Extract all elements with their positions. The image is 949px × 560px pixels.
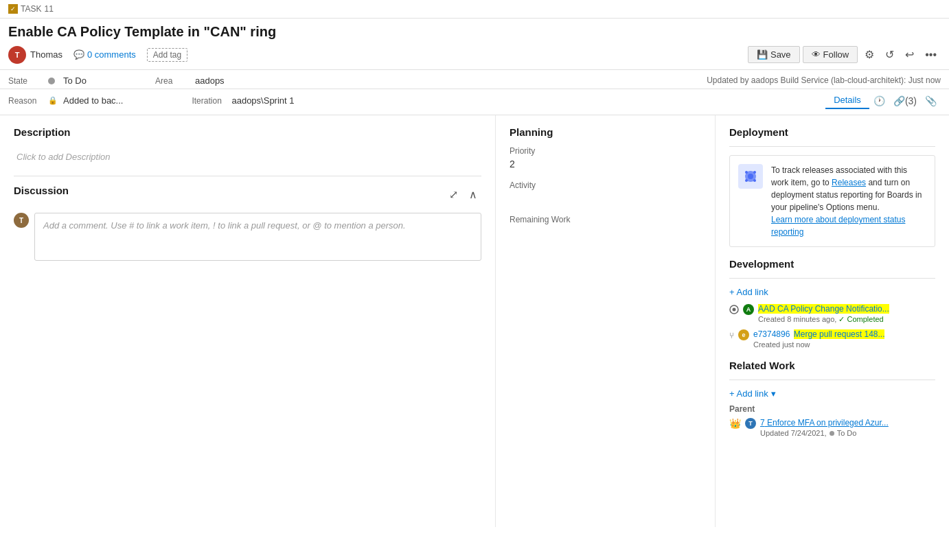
- dev-item-1-avatar: A: [743, 304, 754, 315]
- comment-area: T Add a comment. Use # to link a work it…: [14, 213, 481, 261]
- svg-point-2: [748, 174, 753, 179]
- related-avatar: T: [745, 418, 756, 429]
- related-item-1: 👑 T 7 Enforce MFA on privileged Azur... …: [729, 418, 935, 437]
- remaining-work-value[interactable]: [510, 227, 701, 238]
- releases-link[interactable]: Releases: [832, 178, 866, 187]
- discussion-header: Discussion ⤢ ∧: [14, 185, 481, 205]
- middle-panel: Planning Priority 2 Activity Remaining W…: [496, 115, 716, 527]
- expand-discussion-button[interactable]: ⤢: [445, 185, 462, 204]
- remaining-work-field: Remaining Work: [510, 215, 701, 238]
- area-value: aadops: [195, 75, 225, 86]
- reason-field[interactable]: Reason 🔒 Added to bac...: [8, 95, 123, 106]
- discussion-title: Discussion: [14, 185, 69, 196]
- reason-value: Added to bac...: [63, 95, 123, 106]
- reason-label: Reason: [8, 96, 43, 106]
- pipeline-item-icon: [729, 305, 739, 316]
- area-label: Area: [155, 76, 190, 86]
- author-info: T Thomas: [8, 46, 62, 64]
- collapse-discussion-button[interactable]: ∧: [465, 185, 481, 204]
- state-dot: [48, 78, 55, 84]
- task-number: 11: [44, 4, 53, 14]
- toolbar-right: 💾 Save 👁 Follow ⚙ ↺ ↩ •••: [748, 45, 941, 64]
- svg-rect-6: [753, 179, 756, 182]
- save-button[interactable]: 💾 Save: [748, 46, 800, 63]
- related-item-1-info: 7 Enforce MFA on privileged Azur... Upda…: [760, 418, 935, 437]
- completed-badge: ✓ Completed: [838, 315, 883, 323]
- learn-more-link[interactable]: Learn more about deployment status repor…: [771, 215, 905, 237]
- dev-item-2-info: e7374896 Merge pull request 148... Creat…: [753, 329, 935, 349]
- task-badge: TASK 11: [8, 4, 54, 14]
- related-work-title: Related Work: [729, 360, 935, 371]
- avatar: T: [8, 46, 26, 64]
- iteration-field[interactable]: Iteration aadops\Sprint 1: [192, 95, 294, 106]
- state-field[interactable]: State To Do: [8, 75, 87, 86]
- refresh-button[interactable]: ↺: [881, 45, 898, 64]
- description-title: Description: [14, 126, 481, 138]
- comments-link[interactable]: 💬 0 comments: [73, 49, 136, 60]
- priority-label: Priority: [510, 146, 701, 156]
- fields-row-2: Reason 🔒 Added to bac... Iteration aadop…: [0, 89, 949, 115]
- commenter-avatar: T: [14, 213, 29, 228]
- save-icon: 💾: [757, 49, 768, 60]
- iteration-value: aadops\Sprint 1: [231, 95, 294, 106]
- related-add-link-button[interactable]: + Add link ▾: [729, 388, 776, 399]
- remaining-work-label: Remaining Work: [510, 215, 701, 224]
- dev-item-1: A AAD CA Policy Change Notificatio... Cr…: [729, 304, 935, 324]
- updated-info: Updated by aadops Build Service (lab-clo…: [707, 75, 941, 85]
- dev-item-1-title[interactable]: AAD CA Policy Change Notificatio...: [758, 304, 889, 314]
- deployment-box: To track releases associated with this w…: [729, 155, 935, 247]
- comment-input[interactable]: Add a comment. Use # to link a work item…: [34, 213, 481, 261]
- dev-item-2-meta: Created just now: [753, 340, 935, 349]
- gear-button[interactable]: ⚙: [860, 45, 878, 64]
- state-value: To Do: [63, 75, 87, 86]
- author-name: Thomas: [30, 49, 62, 60]
- deployment-title: Deployment: [729, 126, 935, 138]
- follow-button[interactable]: 👁 Follow: [803, 46, 858, 63]
- tab-details[interactable]: Details: [825, 92, 869, 109]
- activity-field: Activity: [510, 180, 701, 204]
- tab-links-button[interactable]: 🔗(3): [889, 93, 921, 109]
- detail-tabs-area: Details 🕐 🔗(3) 📎: [825, 92, 941, 109]
- undo-button[interactable]: ↩: [901, 45, 918, 64]
- svg-rect-3: [745, 171, 748, 174]
- svg-point-8: [733, 308, 736, 312]
- dev-item-2-avatar: e: [738, 329, 749, 340]
- top-bar: TASK 11: [0, 0, 949, 19]
- task-label: TASK: [21, 4, 41, 14]
- dev-add-link-button[interactable]: + Add link: [729, 287, 768, 297]
- more-button[interactable]: •••: [921, 46, 941, 64]
- related-item-1-title[interactable]: 7 Enforce MFA on privileged Azur...: [760, 418, 889, 428]
- dev-item-2: ⑂ e e7374896 Merge pull request 148... C…: [729, 329, 935, 349]
- add-tag-button[interactable]: Add tag: [147, 48, 187, 62]
- area-field[interactable]: Area aadops: [155, 75, 225, 86]
- updated-text: Updated by aadops Build Service (lab-clo…: [707, 75, 941, 85]
- description-placeholder[interactable]: Click to add Description: [14, 146, 481, 167]
- comment-count: 0 comments: [87, 49, 136, 60]
- right-panel: Deployment To track releases associated …: [716, 115, 949, 527]
- tab-attachments-button[interactable]: 📎: [921, 93, 941, 109]
- page-title: Enable CA Policy Template in "CAN" ring: [8, 24, 276, 40]
- development-title: Development: [729, 258, 935, 270]
- crown-icon: 👑: [729, 418, 741, 429]
- iteration-label: Iteration: [192, 96, 226, 106]
- development-section: Development + Add link A AAD CA Policy C…: [729, 258, 935, 349]
- deployment-text: To track releases associated with this w…: [771, 164, 926, 238]
- dev-item-2-title[interactable]: e7374896 Merge pull request 148...: [753, 329, 884, 339]
- planning-title: Planning: [510, 126, 701, 138]
- dev-item-1-meta: Created 8 minutes ago, ✓ Completed: [758, 315, 935, 324]
- main-content: Description Click to add Description Dis…: [0, 115, 949, 527]
- author-row: T Thomas 💬 0 comments Add tag 💾 Save 👁 F…: [0, 43, 949, 70]
- activity-value[interactable]: [510, 193, 701, 204]
- tab-history-button[interactable]: 🕐: [869, 93, 889, 109]
- discussion-icons: ⤢ ∧: [445, 185, 481, 204]
- title-row: Enable CA Policy Template in "CAN" ring: [0, 19, 949, 43]
- svg-rect-4: [753, 171, 756, 174]
- state-label: State: [8, 76, 43, 86]
- commit-item-icon: ⑂: [729, 331, 734, 340]
- priority-field: Priority 2: [510, 146, 701, 170]
- parent-label: Parent: [729, 404, 935, 414]
- task-icon: [8, 4, 18, 14]
- todo-status-dot: [830, 431, 834, 436]
- comment-icon: 💬: [73, 49, 84, 60]
- priority-value[interactable]: 2: [510, 159, 701, 170]
